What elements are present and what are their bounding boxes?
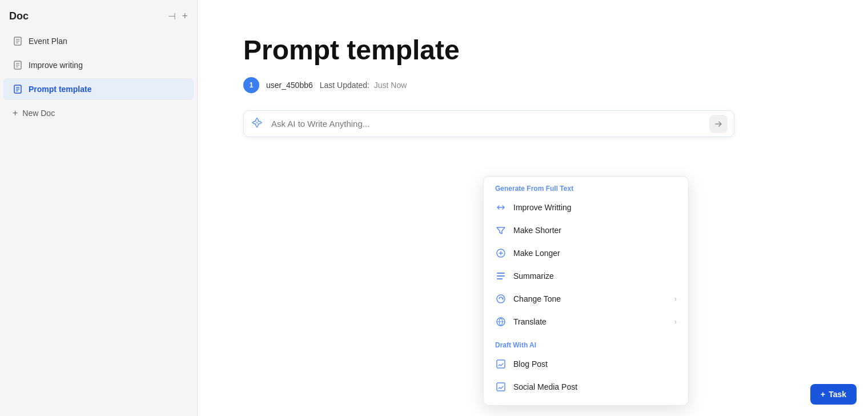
- svg-rect-20: [497, 360, 505, 368]
- item-label: Improve Writting: [513, 203, 572, 212]
- sidebar-header: Doc ⊣ +: [0, 0, 197, 29]
- svg-rect-16: [497, 278, 503, 279]
- chevron-right-icon: ›: [674, 295, 677, 303]
- page-title: Prompt template: [243, 34, 822, 66]
- meta-user: user_450bb6: [266, 81, 313, 90]
- sidebar-item-improve-writing[interactable]: Improve writing: [3, 54, 194, 76]
- sidebar-item-prompt-template[interactable]: Prompt template: [3, 78, 194, 100]
- lines-icon: [495, 270, 507, 282]
- dropdown-item-make-longer[interactable]: Make Longer: [484, 242, 688, 265]
- dropdown-item-social-media[interactable]: Social Media Post: [484, 375, 688, 398]
- new-doc-button[interactable]: + New Doc: [3, 102, 194, 124]
- globe-arrows-icon: [495, 316, 507, 327]
- svg-point-12: [256, 121, 258, 123]
- ai-dropdown-menu: Generate From Full Text Improve Writting: [483, 176, 689, 406]
- meta-updated: Last Updated: Just Now: [320, 81, 407, 90]
- dropdown-item-blog-post[interactable]: Blog Post: [484, 353, 688, 375]
- main-content: Prompt template 1 user_450bb6 Last Updat…: [198, 0, 868, 416]
- section-generate-label: Generate From Full Text: [484, 177, 688, 196]
- ai-input-wrapper: [243, 110, 734, 137]
- new-doc-label: New Doc: [22, 109, 55, 118]
- edit-box-icon: [495, 358, 507, 370]
- item-label: Make Shorter: [513, 226, 561, 235]
- sparkle-icon: [251, 117, 263, 131]
- svg-point-17: [497, 295, 505, 303]
- task-plus-icon: +: [821, 390, 825, 399]
- sidebar-item-label: Prompt template: [29, 85, 91, 94]
- sidebar: Doc ⊣ + Event Plan Improve writin: [0, 0, 198, 416]
- sidebar-title: Doc: [9, 10, 29, 22]
- dropdown-item-change-tone[interactable]: Change Tone ›: [484, 287, 688, 310]
- avatar: 1: [243, 77, 259, 93]
- updated-label: Last Updated:: [320, 81, 369, 90]
- svg-rect-21: [497, 383, 505, 391]
- doc-icon-2: [13, 60, 23, 70]
- arrows-circle-icon: [495, 293, 507, 305]
- sidebar-controls: ⊣ +: [168, 10, 188, 22]
- add-doc-icon[interactable]: +: [182, 10, 188, 22]
- chevron-right-icon: ›: [674, 318, 677, 326]
- item-label: Summarize: [513, 271, 554, 281]
- dropdown-inner: Generate From Full Text Improve Writting: [484, 177, 688, 405]
- meta-row: 1 user_450bb6 Last Updated: Just Now: [243, 77, 822, 93]
- item-label: Social Media Post: [513, 382, 577, 391]
- svg-rect-15: [497, 275, 505, 277]
- dropdown-item-summarize[interactable]: Summarize: [484, 265, 688, 287]
- collapse-icon[interactable]: ⊣: [168, 11, 176, 22]
- updated-value: Just Now: [374, 81, 407, 90]
- task-button[interactable]: + Task: [810, 384, 857, 405]
- section-draft-label: Draft With AI: [484, 333, 688, 353]
- item-label: Blog Post: [513, 359, 548, 369]
- item-label: Translate: [513, 317, 546, 326]
- ai-input[interactable]: [243, 110, 734, 137]
- svg-rect-14: [497, 273, 505, 274]
- sidebar-item-label: Event Plan: [29, 37, 67, 46]
- dropdown-item-improve-writing[interactable]: Improve Writting: [484, 196, 688, 219]
- doc-icon: [13, 36, 23, 46]
- item-label: Change Tone: [513, 294, 561, 303]
- edit-box-2-icon: [495, 381, 507, 393]
- task-label: Task: [829, 390, 846, 399]
- dropdown-item-make-shorter[interactable]: Make Shorter: [484, 219, 688, 242]
- dropdown-item-translate[interactable]: Translate ›: [484, 310, 688, 333]
- item-label: Make Longer: [513, 249, 560, 258]
- doc-icon-blue: [13, 84, 23, 94]
- plus-icon: +: [13, 108, 18, 118]
- arrows-icon: [495, 202, 507, 213]
- sidebar-item-label: Improve writing: [29, 61, 83, 70]
- ai-send-button[interactable]: [709, 115, 728, 133]
- sidebar-item-event-plan[interactable]: Event Plan: [3, 30, 194, 52]
- circle-plus-icon: [495, 247, 507, 259]
- funnel-icon: [495, 225, 507, 236]
